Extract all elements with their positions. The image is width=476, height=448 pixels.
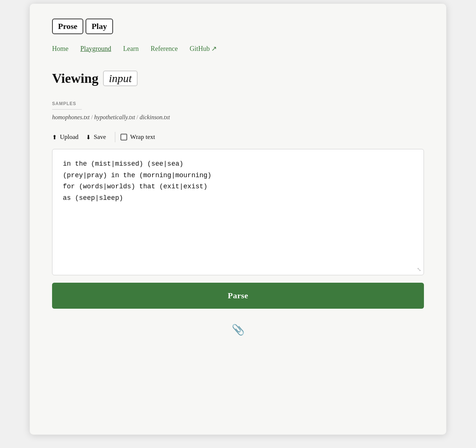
viewing-row: Viewing input <box>52 71 424 86</box>
logo: Prose Play <box>52 19 424 34</box>
upload-button[interactable]: ⬆ Upload <box>52 131 82 143</box>
nav-reference[interactable]: Reference <box>151 45 178 53</box>
sample-file-3[interactable]: dickinson.txt <box>140 114 170 120</box>
samples-section: SAMPLES homophones.txt / hypothetically.… <box>52 101 424 121</box>
footer: 📎 <box>52 309 424 336</box>
viewing-label: Viewing <box>52 71 99 86</box>
resize-handle[interactable]: ⤡ <box>417 266 421 273</box>
samples-label: SAMPLES <box>52 101 424 106</box>
parse-button[interactable]: Parse <box>52 283 424 309</box>
nav-learn[interactable]: Learn <box>123 45 139 53</box>
save-button[interactable]: ⬇ Save <box>82 131 110 143</box>
text-area-container: in the (mist|missed) (see|sea) (prey|pra… <box>52 149 424 275</box>
navigation: Home Playground Learn Reference GitHub ↗ <box>52 45 424 53</box>
logo-prose: Prose <box>52 19 83 34</box>
nav-home[interactable]: Home <box>52 45 68 53</box>
upload-label: Upload <box>60 133 78 141</box>
samples-files: homophones.txt / hypothetically.txt / di… <box>52 114 424 121</box>
save-label: Save <box>94 133 106 141</box>
upload-icon: ⬆ <box>52 134 57 141</box>
main-window: Prose Play Home Playground Learn Referen… <box>30 4 446 435</box>
sample-file-2[interactable]: hypothetically.txt <box>94 114 135 120</box>
separator-2: / <box>136 114 139 120</box>
save-icon: ⬇ <box>86 134 91 141</box>
wrap-text-group[interactable]: Wrap text <box>120 133 155 141</box>
editor-content[interactable]: in the (mist|missed) (see|sea) (prey|pra… <box>63 158 413 204</box>
viewing-mode-badge[interactable]: input <box>103 71 138 86</box>
sample-file-1[interactable]: homophones.txt <box>52 114 90 120</box>
wrap-text-label: Wrap text <box>130 133 155 141</box>
nav-playground[interactable]: Playground <box>80 45 111 53</box>
toolbar-divider <box>115 132 115 142</box>
toolbar: ⬆ Upload ⬇ Save Wrap text <box>52 131 424 143</box>
paperclip-icon: 📎 <box>232 324 245 336</box>
nav-github[interactable]: GitHub ↗ <box>190 45 217 53</box>
logo-play: Play <box>86 19 113 34</box>
wrap-text-checkbox[interactable] <box>120 134 127 140</box>
samples-underline <box>52 109 82 110</box>
